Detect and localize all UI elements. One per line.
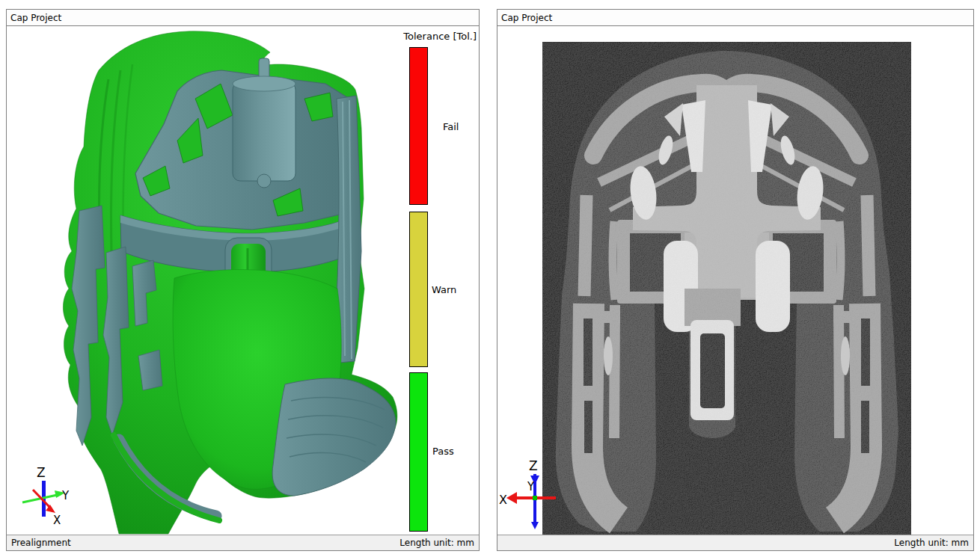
left-panel-statusbar: Prealignment Length unit: mm	[7, 535, 479, 550]
fail-color-bar	[409, 47, 428, 205]
right-viewport-panel: Cap Project	[497, 9, 974, 551]
length-unit-label: Length unit: mm	[894, 538, 969, 548]
y-axis-label: Y	[61, 489, 70, 502]
ct-noise-overlay	[542, 42, 911, 535]
warn-label: Warn	[432, 284, 456, 295]
right-panel-statusbar: Length unit: mm	[497, 535, 973, 550]
y-axis-label: Y	[527, 480, 535, 493]
pass-color-bar	[409, 372, 428, 532]
3d-cap-model[interactable]: Z Y X	[7, 27, 479, 535]
z-axis-label: Z	[529, 458, 538, 473]
x-axis-label: X	[499, 493, 507, 507]
z-axis-label: Z	[37, 465, 46, 480]
left-viewport-panel: Cap Project	[6, 9, 480, 551]
ct-slice-image[interactable]	[542, 42, 911, 535]
orientation-axes-gizmo: Z Y X	[497, 453, 580, 535]
prealignment-status: Prealignment	[11, 538, 71, 548]
x-axis-label: X	[53, 514, 61, 527]
left-panel-title: Cap Project	[10, 13, 61, 23]
ct-slice-viewport[interactable]: Z Y X	[497, 27, 973, 535]
center-cylinder	[233, 82, 295, 181]
cylinder-knob	[257, 174, 271, 188]
orientation-axes-gizmo: Z Y X	[22, 465, 70, 527]
legend-title: Tolerance [Tol.]	[403, 31, 477, 42]
x-axis-arrow	[506, 492, 517, 504]
3d-model-viewport[interactable]: Z Y X Tolerance [Tol.] Fail Warn Pass	[7, 27, 479, 535]
length-unit-label: Length unit: mm	[399, 538, 474, 548]
left-panel-titlebar: Cap Project	[7, 10, 479, 26]
right-panel-title: Cap Project	[501, 13, 552, 23]
y-axis-dot	[533, 496, 537, 500]
z-axis-arrow	[531, 522, 539, 529]
pass-label: Pass	[432, 446, 454, 457]
application-window: Cap Project	[0, 0, 980, 560]
cylinder-top	[233, 76, 295, 91]
warn-color-bar	[409, 212, 428, 367]
fail-label: Fail	[443, 121, 459, 132]
right-panel-titlebar: Cap Project	[497, 10, 973, 26]
